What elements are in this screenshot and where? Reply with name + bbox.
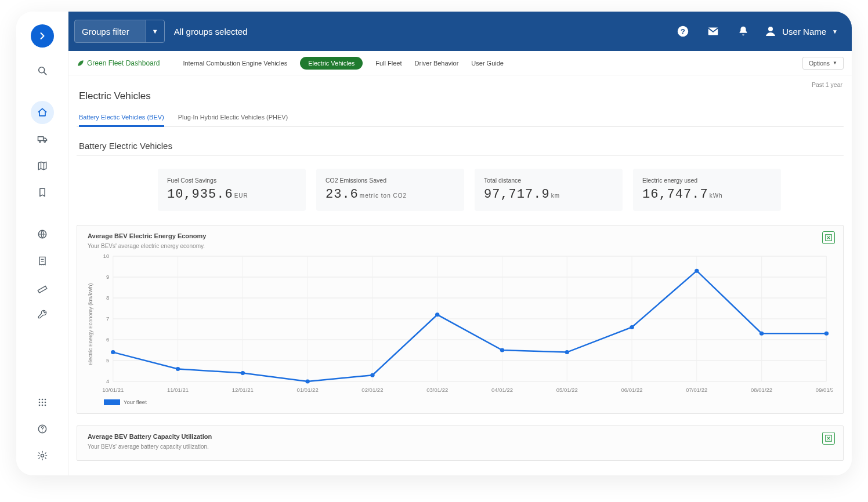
kpi-total-distance: Total distance 97,717.9km: [475, 169, 623, 211]
export-excel-icon[interactable]: [822, 231, 835, 244]
chart-body: Electric Energy Economy (km/kWh) 4567891…: [88, 252, 833, 396]
home-icon[interactable]: [31, 101, 54, 124]
help-circle-icon[interactable]: ?: [673, 21, 693, 41]
leaf-icon: [77, 59, 85, 67]
svg-text:01/01/22: 01/01/22: [297, 387, 319, 393]
chevron-down-icon: ▼: [833, 60, 837, 66]
svg-text:05/01/22: 05/01/22: [556, 387, 578, 393]
chart-card-battery-utilization: Average BEV Battery Capacity Utilization…: [77, 425, 844, 461]
section-title: Battery Electric Vehicles: [77, 127, 844, 155]
svg-text:6: 6: [106, 337, 109, 343]
svg-text:?: ?: [681, 27, 685, 36]
svg-text:9: 9: [106, 274, 109, 280]
mail-icon[interactable]: [703, 21, 723, 41]
kpi-row: Fuel Cost Savings 10,935.6EUR CO2 Emissi…: [77, 169, 844, 225]
receipt-icon[interactable]: [31, 249, 54, 272]
chart-title: Average BEV Electric Energy Economy: [88, 232, 833, 239]
svg-point-65: [370, 373, 374, 377]
tab-phev[interactable]: Plug-In Hybrid Electic Vehicles (PHEV): [178, 110, 288, 126]
kpi-label: Fuel Cost Savings: [167, 177, 296, 184]
sidebar: [16, 12, 68, 475]
kpi-co2-saved: CO2 Emissions Saved 23.6metric ton CO2: [316, 169, 464, 211]
bookmark-icon[interactable]: [31, 181, 54, 204]
section-divider: [77, 155, 844, 156]
svg-point-70: [695, 269, 699, 273]
wrench-icon[interactable]: [31, 303, 54, 326]
sub-navigation: Green Fleet Dashboard Internal Combustio…: [68, 51, 852, 75]
svg-point-16: [42, 431, 43, 432]
svg-text:4: 4: [106, 379, 109, 384]
svg-point-67: [500, 348, 504, 352]
app-shell: Groups filter ▼ All groups selected ? Us…: [16, 12, 852, 475]
svg-point-62: [176, 367, 180, 371]
content-area: Past 1 year Electric Vehicles Battery El…: [68, 75, 852, 475]
bell-icon[interactable]: [733, 21, 753, 41]
kpi-label: CO2 Emissions Saved: [326, 177, 455, 184]
kpi-label: Electric energy used: [642, 177, 772, 184]
svg-text:08/01/22: 08/01/22: [751, 387, 772, 393]
map-icon[interactable]: [31, 154, 54, 177]
svg-point-21: [768, 27, 773, 31]
truck-icon[interactable]: [31, 128, 54, 151]
svg-text:02/01/22: 02/01/22: [361, 387, 383, 393]
globe-icon[interactable]: [31, 223, 54, 246]
apps-icon[interactable]: [31, 391, 54, 414]
svg-text:10: 10: [103, 253, 110, 259]
svg-rect-5: [38, 286, 46, 293]
svg-point-17: [41, 454, 44, 457]
groups-selected-text: All groups selected: [174, 27, 248, 37]
chart-subtitle: Your BEVs' average electric energy econo…: [88, 243, 833, 249]
brand-title: Green Fleet Dashboard: [87, 59, 160, 67]
page-title: Electric Vehicles: [77, 88, 844, 110]
subnav-item-ev[interactable]: Electric Vehicles: [300, 57, 363, 70]
tab-bev[interactable]: Battery Electic Vehicles (BEV): [79, 110, 164, 127]
svg-text:8: 8: [106, 295, 109, 301]
svg-rect-1: [38, 137, 43, 141]
svg-point-12: [38, 405, 40, 406]
chart-subtitle: Your BEVs' average battery capacity util…: [88, 443, 833, 450]
svg-point-66: [435, 312, 439, 317]
subnav-item-ice[interactable]: Internal Combustion Engine Vehicles: [183, 60, 287, 67]
svg-point-68: [565, 350, 569, 354]
user-icon: [764, 24, 777, 38]
user-name-label: User Name: [782, 27, 826, 37]
svg-point-7: [41, 399, 43, 401]
subnav-item-full-fleet[interactable]: Full Fleet: [375, 60, 402, 67]
svg-point-10: [41, 402, 43, 403]
svg-point-2: [39, 141, 41, 143]
svg-point-0: [38, 67, 44, 73]
search-icon[interactable]: [31, 59, 54, 82]
help-icon[interactable]: [31, 417, 54, 441]
subnav-item-user-guide[interactable]: User Guide: [471, 60, 504, 67]
legend-swatch: [104, 399, 120, 405]
svg-point-63: [241, 371, 245, 375]
svg-text:06/01/22: 06/01/22: [621, 387, 642, 393]
svg-text:10/01/21: 10/01/21: [102, 387, 124, 393]
svg-text:07/01/22: 07/01/22: [686, 387, 707, 393]
topbar: Groups filter ▼ All groups selected ? Us…: [68, 12, 852, 51]
svg-text:12/01/21: 12/01/21: [232, 387, 254, 393]
svg-point-61: [111, 350, 115, 354]
svg-point-9: [38, 402, 40, 403]
options-dropdown[interactable]: Options ▼: [802, 57, 844, 70]
chart-legend: Your fleet: [104, 399, 833, 405]
subnav-item-driver-behavior[interactable]: Driver Behavior: [415, 60, 459, 67]
ruler-icon[interactable]: [31, 276, 54, 299]
chart-title: Average BEV Battery Capacity Utilization: [88, 433, 833, 440]
settings-icon[interactable]: [31, 444, 54, 467]
kpi-value: 97,717.9km: [484, 187, 613, 202]
user-menu[interactable]: User Name ▼: [764, 24, 838, 38]
groups-filter-label: Groups filter: [75, 20, 146, 42]
sidebar-expand-button[interactable]: [31, 24, 54, 48]
svg-point-13: [41, 405, 43, 406]
svg-point-72: [824, 332, 829, 336]
svg-text:5: 5: [106, 358, 109, 363]
groups-filter-dropdown[interactable]: Groups filter ▼: [74, 20, 165, 43]
svg-point-8: [44, 399, 46, 401]
svg-point-11: [44, 402, 46, 403]
export-excel-icon[interactable]: [822, 432, 835, 445]
time-range-label: Past 1 year: [77, 78, 844, 88]
chart-card-economy: Average BEV Electric Energy Economy Your…: [77, 225, 844, 414]
svg-point-6: [38, 399, 40, 401]
svg-text:03/01/22: 03/01/22: [426, 387, 448, 393]
